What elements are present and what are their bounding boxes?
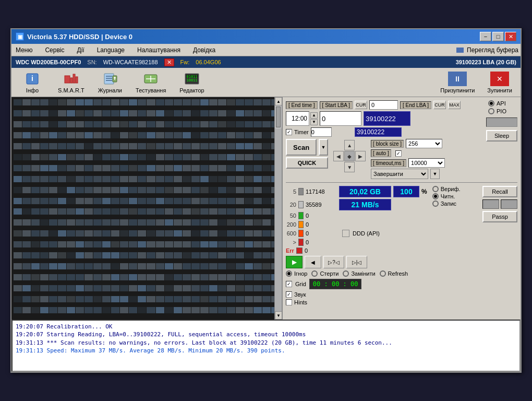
svg-rect-4 <box>73 74 75 83</box>
play-button[interactable]: ▶ <box>286 256 303 268</box>
refresh-row[interactable]: Refresh <box>380 270 408 277</box>
app-icon: ▣ <box>16 32 24 41</box>
recall-passp-section: Recall Passp <box>482 186 517 222</box>
start-lba-input[interactable] <box>369 100 398 110</box>
finish-dropdown[interactable]: ▼ <box>430 169 440 179</box>
progress-row-5: 5 117148 20,02 GB 100 % <box>286 186 427 197</box>
passp-button[interactable]: Passp <box>482 211 517 222</box>
api-radio[interactable] <box>488 100 494 107</box>
close-button[interactable]: ✕ <box>505 32 516 41</box>
tool-testing-button[interactable]: Тестування <box>131 69 171 96</box>
progress-row-600: 600 0 DDD (API) <box>286 230 427 237</box>
verify-row[interactable]: Вериф. <box>432 186 461 192</box>
arrow-right-button[interactable]: ▶ <box>355 151 366 161</box>
rewind-button[interactable]: ◀ <box>305 256 321 268</box>
replace-row[interactable]: Замінити <box>343 270 375 277</box>
menu-help[interactable]: Довідка <box>191 46 217 54</box>
err-label: Err <box>286 247 294 254</box>
lba-section: [ End time ] [ Start LBA ] CUR [ End LBA… <box>286 100 484 137</box>
err-value: 0 <box>305 247 308 254</box>
verify-radio[interactable] <box>432 186 439 192</box>
minimize-button[interactable]: − <box>480 32 491 41</box>
block-size-select[interactable]: 256 512 1024 <box>406 139 442 148</box>
scan-scrollbar[interactable]: ▲ ▼ <box>274 97 282 320</box>
tool-journals-button[interactable]: Журнали <box>93 69 127 96</box>
scan-button[interactable]: Scan <box>286 139 317 156</box>
read-row[interactable]: Читн. <box>432 193 461 199</box>
end-time-input[interactable] <box>286 111 309 126</box>
end-lba-max-btn[interactable]: MAX <box>448 101 461 109</box>
block-timeout-section: [ block size ] 256 512 1024 [ auto ] ✓ <box>371 139 445 179</box>
journals-icon <box>102 72 118 86</box>
end-lba-value1-input[interactable] <box>364 111 410 126</box>
progress-count-gt: 0 <box>306 239 337 245</box>
sound-checkbox[interactable]: ✓ <box>286 291 292 298</box>
scroll-thumb[interactable] <box>276 107 281 127</box>
refresh-radio[interactable] <box>380 270 386 277</box>
erase-row[interactable]: Стерти <box>311 270 338 277</box>
step-back-button[interactable]: ▷?◁ <box>323 256 344 268</box>
hints-checkbox[interactable] <box>286 299 292 305</box>
pio-radio-row[interactable]: PIO <box>488 108 517 114</box>
menu-menu[interactable]: Меню <box>14 46 34 54</box>
device-sn: WD-WCAATE982188 <box>103 59 158 65</box>
erase-radio[interactable] <box>311 270 318 277</box>
timeout-select[interactable]: 10000 5000 30000 <box>408 158 445 168</box>
tool-smart-button[interactable]: S.M.A.R.T <box>53 69 89 96</box>
device-close-button[interactable]: ✕ <box>164 58 174 66</box>
recall-button[interactable]: Recall <box>482 186 517 197</box>
finish-select[interactable]: Завершити <box>371 169 428 179</box>
time-up-btn[interactable]: ▲ <box>310 112 318 119</box>
start-lba-value-input[interactable] <box>320 111 361 126</box>
menu-language[interactable]: Language <box>95 46 127 54</box>
timer-checkbox[interactable]: ✓ <box>286 129 292 135</box>
arrow-center: ◆ <box>344 151 355 161</box>
device-bar: WDC WD200EB-00CPF0 SN: WD-WCAATE982188 ✕… <box>11 56 521 68</box>
info-icon: i <box>24 72 41 86</box>
start-lba-cur-btn[interactable]: CUR <box>355 101 367 109</box>
vrw-section: Вериф. Читн. Запис <box>432 186 461 207</box>
end-lba-value2-input[interactable] <box>355 127 402 137</box>
menu-settings[interactable]: Налаштування <box>135 46 183 54</box>
api-radio-row[interactable]: API <box>488 100 517 107</box>
timer-input[interactable] <box>311 127 332 137</box>
quick-button[interactable]: QUICK <box>286 157 328 169</box>
scroll-down-button[interactable]: ▼ <box>275 311 282 320</box>
progress-num-5: 5 <box>286 188 296 195</box>
main-controls: [ End time ] [ Start LBA ] CUR [ End LBA… <box>286 100 484 179</box>
pause-button[interactable]: ⏸ Призупинити <box>436 70 479 95</box>
scroll-up-button[interactable]: ▲ <box>275 97 282 105</box>
stop-label: Зупинити <box>487 87 512 93</box>
gray-btn-2[interactable] <box>501 199 517 209</box>
ddd-checkbox[interactable] <box>342 230 349 237</box>
ignore-radio[interactable] <box>286 270 292 277</box>
ignore-row[interactable]: Ігнор <box>286 270 307 277</box>
ddd-label: DDD (API) <box>353 230 380 237</box>
maximize-button[interactable]: □ <box>492 32 504 41</box>
progress-num-600: 600 <box>286 230 296 237</box>
scan-dropdown[interactable]: ▼ <box>319 139 328 156</box>
write-radio[interactable] <box>432 200 439 207</box>
tool-editor-button[interactable]: 01011 10011 Редактор <box>175 69 209 96</box>
auto-checkbox[interactable]: ✓ <box>395 150 402 157</box>
arrow-left-button[interactable]: ◀ <box>333 151 344 161</box>
step-fwd-button[interactable]: ▷|◁ <box>346 256 367 268</box>
svg-text:10011: 10011 <box>186 78 197 82</box>
sleep-button[interactable]: Sleep <box>486 130 517 141</box>
read-radio[interactable] <box>432 193 439 199</box>
gb-display: 20,02 GB <box>339 186 391 197</box>
time-down-btn[interactable]: ▼ <box>310 119 318 125</box>
end-lba-cur-btn[interactable]: CUR <box>433 101 446 109</box>
arrow-up-button[interactable]: ▲ <box>344 140 355 150</box>
grid-checkbox[interactable]: ✓ <box>286 281 292 287</box>
tool-info-button[interactable]: i Інфо <box>16 69 49 96</box>
gray-btn-1[interactable] <box>482 199 499 209</box>
smart-icon <box>63 72 79 86</box>
menu-actions[interactable]: Дії <box>75 46 87 54</box>
arrow-down-button[interactable]: ▼ <box>344 162 355 172</box>
replace-radio[interactable] <box>343 270 349 277</box>
stop-button[interactable]: ✕ Зупинити <box>483 70 516 95</box>
write-row[interactable]: Запис <box>432 200 461 207</box>
pio-radio[interactable] <box>488 108 494 114</box>
menu-service[interactable]: Сервіс <box>43 46 66 54</box>
